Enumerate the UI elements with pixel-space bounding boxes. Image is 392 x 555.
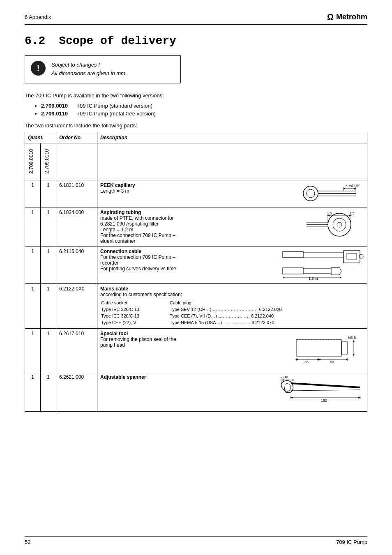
desc-cell: Mains cable according to customer's spec… [97,283,367,328]
aspirating-tubing-drawing: 1.5 2.5 [302,210,364,240]
svg-marker-58 [353,354,355,356]
order-cell: 6.2122.0X0 [56,283,97,328]
notice-text: Subject to changes ! All dimensions are … [51,61,127,78]
cable-socket-header: Cable socket [101,300,169,306]
page-header-section: 6 Appendix [25,14,51,20]
cable-socket-3: Type CEE (22), V [101,320,169,325]
delivery-table: Quant. Order No. Description 2.709.0010 … [25,132,367,412]
qty2-cell: 1 [41,283,56,328]
svg-text:/: / [354,184,355,187]
svg-text:1.5: 1.5 [327,212,332,215]
svg-marker-57 [353,340,355,342]
svg-marker-53 [319,359,321,360]
section-title: 6.2 Scope of delivery [25,35,367,47]
table-row: 1 1 6.2617.010 Special tool For removing… [25,328,367,372]
svg-text:1: 1 [352,184,353,187]
cable-socket-1: Type IEC 320/C 13 [101,306,169,312]
notice-icon: ! [31,61,46,76]
svg-marker-38 [340,276,341,278]
parts-text: The two instruments include the followin… [25,122,367,129]
order-cell: 6.2617.010 [56,328,97,372]
desc-cell: Adjustable spanner [97,372,367,411]
svg-text:0.25: 0.25 [346,184,352,188]
notice-box: ! Subject to changes ! All dimensions ar… [25,55,181,83]
svg-point-0 [303,186,318,201]
table-row: 1 1 6.2122.0X0 Mains cable according to … [25,283,367,328]
cable-plug-header: Cable plug [170,300,363,306]
svg-rect-40 [296,340,341,356]
cable-spec-table: Cable socket Cable plug Type IEC 320/C 1… [100,299,364,326]
product-name: 709 IC Pump [336,539,367,545]
svg-text:2.5: 2.5 [350,212,355,215]
svg-point-15 [333,218,346,231]
cable-plug-3: Type NEMA 5-15 (USA…) ……………… 6.2122.070 [170,320,363,325]
qty1-cell: 1 [25,207,41,246]
qty1-cell: 1 [25,180,41,207]
qty1-cell: 1 [25,328,41,372]
version-desc-2: 709 IC Pump (metal-free version) [77,111,156,117]
cable-plug-2: Type CEE (7), VII (D…) ………………… 6.2122.04… [170,313,363,319]
subheader-desc-empty [97,143,367,180]
qty1-cell: 1 [25,372,41,411]
metrohm-logo: Ω Metrohm [327,12,367,22]
svg-line-59 [291,383,360,387]
logo-omega-icon: Ω [327,12,334,22]
table-row: 1 1 6.1831.010 PEEK capillary Length = 3… [25,180,367,207]
svg-marker-9 [354,188,356,189]
qty1-cell: 1 [25,246,41,283]
order-cell: 6.2115.040 [56,246,97,283]
svg-marker-63 [282,379,284,381]
subheader-v1: 2.709.0010 [25,143,41,180]
version-desc-1: 709 IC Pump (standard version) [77,103,152,109]
svg-text:16": 16" [355,184,360,187]
svg-rect-33 [283,268,303,274]
subheader-v2: 2.709.0110 [41,143,56,180]
desc-cell: PEEK capillary Length = 3 m [97,180,367,207]
subheader-order-empty [56,143,97,180]
version-order-1: 2.709.0010 [41,103,68,109]
svg-point-14 [328,213,351,236]
desc-cell: Aspirating tubing made of PTFE, with con… [97,207,367,246]
qty2-cell: 1 [41,328,56,372]
version-list: 2.709.0010 709 IC Pump (standard version… [41,103,367,117]
logo-text: Metrohm [336,13,367,21]
qty1-cell: 1 [25,283,41,328]
cable-socket-2: Type IEC 320/C 13 [101,313,169,319]
svg-marker-37 [283,276,284,278]
svg-rect-27 [283,251,303,258]
svg-marker-8 [344,188,345,189]
svg-text:M3.5: M3.5 [348,336,356,340]
desc-cell: Connection cable For the connection 709 … [97,246,367,283]
qty2-cell: 1 [41,372,56,411]
svg-marker-47 [296,359,298,360]
svg-text:50: 50 [330,360,334,364]
svg-point-16 [337,222,342,227]
svg-line-60 [291,390,360,391]
table-row: 1 1 6.2621.000 Adjustable spanner [25,372,367,411]
svg-rect-31 [347,253,357,259]
order-header: Order No. [56,132,97,143]
peek-capillary-drawing: 0.25 1 / 16" [298,183,364,205]
qty2-cell: 1 [41,180,56,207]
order-cell: 6.2621.000 [56,372,97,411]
svg-rect-30 [344,251,360,263]
svg-marker-70 [291,397,293,398]
intro-text: The 709 IC Pump is available in the two … [25,92,367,99]
connection-cable-drawing: 1.5 m [282,249,364,281]
cable-plug-1: Type SEV 12 (CH…) ………………………… 6.2122.020 [170,306,363,312]
desc-header: Description [97,132,367,143]
svg-text:1.5 m: 1.5 m [309,276,318,280]
order-cell: 6.1834.000 [56,207,97,246]
order-cell: 6.1831.010 [56,180,97,207]
special-tool-drawing: M3.5 35 [290,332,364,370]
svg-marker-64 [293,379,294,381]
page-footer: 52 709 IC Pump [25,536,367,545]
qty2-cell: 1 [41,207,56,246]
list-item: 2.709.0110 709 IC Pump (metal-free versi… [41,111,367,117]
svg-marker-71 [358,397,360,398]
svg-text:35: 35 [304,360,309,364]
version-order-2: 2.709.0110 [41,111,68,117]
list-item: 2.709.0010 709 IC Pump (standard version… [41,103,367,109]
page-number: 52 [25,539,30,545]
svg-marker-54 [346,359,348,360]
